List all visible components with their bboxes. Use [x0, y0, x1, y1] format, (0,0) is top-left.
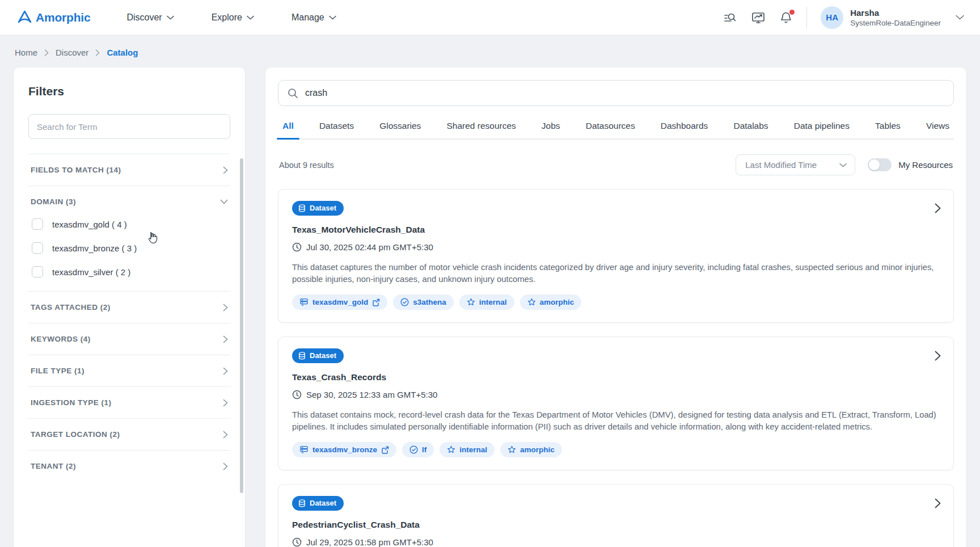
external-link-icon	[381, 446, 389, 454]
chevron-down-icon	[220, 199, 228, 204]
star-icon	[467, 298, 475, 306]
filter-group-label: DOMAIN (3)	[31, 197, 76, 206]
chevron-right-icon	[223, 431, 228, 439]
domain-icon	[299, 298, 309, 306]
sidebar-scrollbar[interactable]	[240, 158, 243, 493]
tab-all[interactable]: All	[281, 116, 295, 138]
bell-icon[interactable]	[779, 11, 793, 24]
menu-discover-label: Discover	[126, 12, 162, 23]
my-resources-label: My Resources	[898, 160, 953, 170]
chevron-right-icon	[223, 399, 228, 407]
checkbox[interactable]	[32, 266, 43, 277]
result-card-pedestriancyclist-crash-data[interactable]: Dataset PedestrianCyclist_Crash_Data Jul…	[278, 484, 954, 547]
filter-group-header[interactable]: FILE TYPE (1)	[28, 355, 230, 386]
checkbox-label: texasdmv_gold ( 4 )	[52, 220, 127, 229]
checkbox-texasdmv-bronze[interactable]: texasdmv_bronze ( 3 )	[32, 242, 228, 254]
tag-label: internal	[459, 445, 487, 454]
filter-group-header[interactable]: DOMAIN (3)	[28, 186, 230, 217]
chevron-right-icon[interactable]	[935, 351, 941, 361]
check-circle-icon	[409, 445, 418, 454]
tag-label: texasdmv_bronze	[312, 445, 377, 454]
filter-group-label: TARGET LOCATION (2)	[31, 430, 120, 439]
sort-select[interactable]: Last Modified Time	[736, 154, 855, 175]
menu-manage-label: Manage	[292, 12, 324, 23]
result-date: Jul 29, 2025 01:58 pm GMT+5:30	[306, 537, 433, 547]
checkbox[interactable]	[32, 242, 43, 254]
monitor-chart-icon[interactable]	[751, 11, 766, 24]
filter-group-label: INGESTION TYPE (1)	[31, 398, 112, 407]
filter-group-tags-attached: TAGS ATTACHED (2)	[28, 292, 230, 323]
filter-group-header[interactable]: TAGS ATTACHED (2)	[28, 292, 230, 323]
filter-group-header[interactable]: TENANT (2)	[28, 451, 230, 482]
breadcrumb-catalog: Catalog	[107, 48, 138, 57]
chevron-right-icon[interactable]	[935, 498, 941, 508]
chevron-down-icon	[839, 163, 847, 167]
domain-icon	[299, 445, 309, 454]
checkbox[interactable]	[32, 218, 43, 230]
filter-group-tenant: TENANT (2)	[28, 451, 230, 482]
result-date-row: Sep 30, 2025 12:33 am GMT+5:30	[292, 390, 940, 399]
checkbox-texasdmv-silver[interactable]: texasdmv_silver ( 2 )	[32, 266, 228, 277]
menu-explore[interactable]: Explore	[212, 12, 254, 23]
my-resources-control: My Resources	[868, 158, 953, 171]
tab-datasources[interactable]: Datasources	[585, 116, 636, 138]
domain-tag[interactable]: texasdmv_gold	[292, 294, 387, 310]
tab-tables[interactable]: Tables	[874, 116, 902, 138]
breadcrumb: Home Discover Catalog	[0, 35, 980, 65]
filter-group-header[interactable]: FIELDS TO MATCH (14)	[28, 154, 230, 186]
result-title[interactable]: Texas_Crash_Records	[292, 372, 940, 382]
tag-label: texasdmv_gold	[312, 298, 368, 306]
filter-group-header[interactable]: INGESTION TYPE (1)	[28, 387, 230, 418]
chevron-right-icon	[223, 462, 228, 470]
menu-discover[interactable]: Discover	[126, 12, 174, 23]
page-content: Filters FIELDS TO MATCH (14) DOMAIN (3) …	[0, 65, 980, 547]
dataset-badge: Dataset	[292, 348, 344, 363]
tab-glossaries[interactable]: Glossaries	[378, 116, 422, 138]
tab-dashboards[interactable]: Dashboards	[660, 116, 709, 138]
tab-datalabs[interactable]: Datalabs	[732, 116, 769, 138]
result-title[interactable]: PedestrianCyclist_Crash_Data	[292, 520, 940, 530]
database-icon	[298, 499, 306, 507]
keyword-tag[interactable]: internal	[440, 442, 495, 457]
search-list-icon[interactable]	[723, 11, 737, 24]
user-role: SystemRole-DataEngineer	[850, 19, 941, 27]
breadcrumb-home[interactable]: Home	[15, 48, 37, 57]
catalog-search-input[interactable]	[305, 88, 944, 98]
star-icon	[508, 445, 516, 454]
user-name: Harsha	[850, 8, 941, 18]
datasource-tag[interactable]: s3athena	[393, 294, 454, 310]
my-resources-toggle[interactable]	[868, 158, 892, 171]
filter-group-header[interactable]: KEYWORDS (4)	[28, 323, 230, 355]
keyword-tag[interactable]: internal	[459, 294, 514, 310]
menu-manage[interactable]: Manage	[292, 12, 336, 23]
tab-jobs[interactable]: Jobs	[540, 116, 561, 138]
keyword-tag[interactable]: amorphic	[500, 442, 562, 457]
result-card-texas-motorvehiclecrash-data[interactable]: Dataset Texas_MotorVehicleCrash_Data Jul…	[278, 189, 954, 323]
filter-group-label: TAGS ATTACHED (2)	[31, 303, 111, 312]
chevron-right-icon	[95, 49, 100, 56]
amorphic-logo[interactable]: Amorphic	[17, 10, 90, 24]
tab-datasets[interactable]: Datasets	[318, 116, 355, 138]
result-type-tabs: All Datasets Glossaries Shared resources…	[278, 116, 954, 140]
result-title[interactable]: Texas_MotorVehicleCrash_Data	[292, 225, 940, 235]
filter-term-search-input[interactable]	[28, 114, 230, 139]
dataset-badge: Dataset	[292, 496, 344, 511]
tab-shared-resources[interactable]: Shared resources	[445, 116, 517, 138]
chevron-down-icon	[167, 15, 174, 20]
filter-group-header[interactable]: TARGET LOCATION (2)	[28, 419, 230, 450]
domain-tag[interactable]: texasdmv_bronze	[292, 442, 396, 457]
result-card-texas-crash-records[interactable]: Dataset Texas_Crash_Records Sep 30, 2025…	[278, 336, 954, 470]
datasource-tag[interactable]: lf	[402, 442, 434, 457]
chevron-right-icon[interactable]	[935, 203, 941, 213]
clock-icon	[292, 390, 302, 399]
top-navigation-bar: Amorphic Discover Explore Manage HA	[0, 0, 980, 35]
breadcrumb-discover[interactable]: Discover	[56, 48, 88, 57]
checkbox-texasdmv-gold[interactable]: texasdmv_gold ( 4 )	[32, 218, 228, 230]
tab-views[interactable]: Views	[925, 116, 951, 138]
result-date-row: Jul 30, 2025 02:44 pm GMT+5:30	[292, 242, 940, 252]
chevron-right-icon	[223, 367, 228, 375]
keyword-tag[interactable]: amorphic	[520, 294, 582, 310]
tab-data-pipelines[interactable]: Data pipelines	[793, 116, 851, 138]
user-menu[interactable]: HA Harsha SystemRole-DataEngineer	[821, 6, 964, 29]
check-circle-icon	[400, 298, 409, 306]
